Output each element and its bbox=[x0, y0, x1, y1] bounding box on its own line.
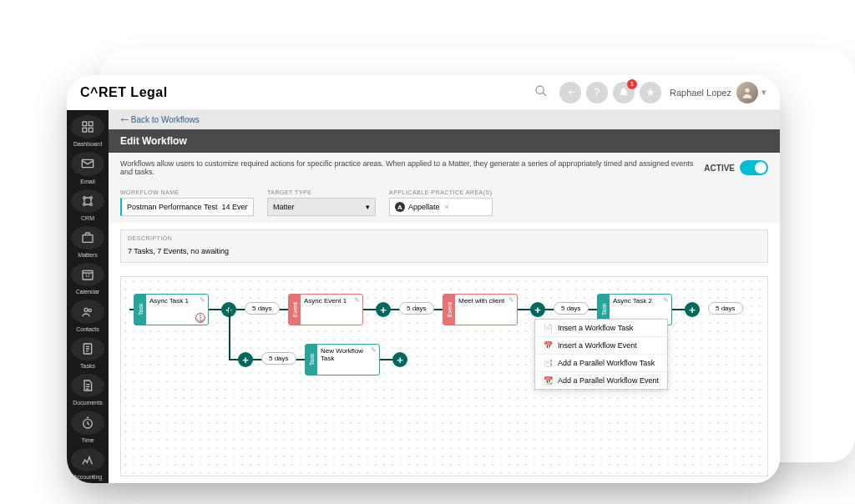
add-button[interactable]: + bbox=[559, 82, 581, 103]
duration-pill[interactable]: 5 days bbox=[708, 302, 743, 315]
sidebar-item-email[interactable] bbox=[71, 152, 104, 175]
svg-rect-4 bbox=[89, 122, 93, 126]
context-menu: 📄Insert a Workflow Task 📅Insert a Workfl… bbox=[534, 319, 668, 390]
app-window: C^RET Legal + ? 1 ★ Raphael Lopez ▾ Dash… bbox=[67, 75, 780, 483]
active-label: ACTIVE bbox=[704, 164, 735, 173]
edit-icon[interactable]: ✎ bbox=[508, 296, 514, 304]
sidebar-item-documents[interactable] bbox=[71, 374, 104, 397]
workflow-node-task[interactable]: Task New Workflow Task✎ bbox=[305, 344, 380, 375]
sidebar-item-time[interactable] bbox=[71, 411, 104, 434]
active-toggle[interactable] bbox=[740, 160, 768, 175]
event-icon: 📅 bbox=[544, 341, 553, 350]
edit-icon[interactable]: ✎ bbox=[354, 296, 360, 304]
workflow-node-event[interactable]: Event Meet with client✎ bbox=[443, 294, 518, 325]
parallel-event-icon: 📆 bbox=[544, 376, 553, 385]
sidebar-item-dashboard[interactable] bbox=[71, 115, 104, 139]
svg-point-9 bbox=[90, 196, 93, 199]
topbar: C^RET Legal + ? 1 ★ Raphael Lopez ▾ bbox=[67, 75, 780, 110]
svg-text:12: 12 bbox=[85, 275, 90, 279]
svg-point-2 bbox=[745, 88, 749, 92]
sidebar-item-calendar[interactable]: 12 bbox=[71, 263, 104, 286]
workflow-name-input[interactable] bbox=[120, 198, 254, 216]
workflow-node-task[interactable]: Task Async Task 1✎⚓ bbox=[134, 294, 209, 325]
edit-icon[interactable]: ✎ bbox=[663, 296, 669, 304]
duration-pill[interactable]: 5 days bbox=[245, 302, 280, 315]
duration-pill[interactable]: 5 days bbox=[399, 302, 434, 315]
task-icon: 📄 bbox=[544, 324, 553, 332]
chip-remove-icon[interactable]: × bbox=[445, 203, 449, 211]
svg-point-0 bbox=[536, 86, 544, 93]
practice-area-chip[interactable]: A Appellate × bbox=[389, 198, 493, 216]
edit-icon[interactable]: ✎ bbox=[371, 346, 377, 354]
edit-icon[interactable]: ✎ bbox=[200, 296, 205, 304]
add-node-button[interactable]: + bbox=[238, 352, 253, 367]
svg-point-11 bbox=[90, 203, 93, 205]
duration-pill[interactable]: 5 days bbox=[261, 352, 296, 365]
back-link[interactable]: 🡐 Back to Workflows bbox=[109, 110, 780, 129]
menu-parallel-event[interactable]: 📆Add a Parallel Workflow Event bbox=[535, 372, 667, 389]
svg-point-8 bbox=[83, 196, 86, 199]
workflow-canvas[interactable]: Task Async Task 1✎⚓ + 5 days Event Async… bbox=[120, 276, 768, 476]
svg-point-16 bbox=[84, 308, 88, 311]
sidebar-item-tasks[interactable] bbox=[71, 337, 104, 360]
add-node-button[interactable]: + bbox=[530, 302, 545, 317]
add-node-button[interactable]: + bbox=[376, 302, 391, 317]
user-menu[interactable]: Raphael Lopez ▾ bbox=[670, 82, 766, 103]
svg-rect-3 bbox=[83, 122, 87, 126]
target-type-select[interactable]: Matter▾ bbox=[267, 198, 376, 216]
sidebar-item-contacts[interactable] bbox=[71, 300, 104, 323]
add-node-button[interactable]: + bbox=[392, 352, 407, 367]
svg-rect-6 bbox=[89, 128, 93, 132]
chip-letter-icon: A bbox=[395, 202, 405, 212]
sidebar: Dashboard Email CRM Matters 12 Calendar … bbox=[67, 110, 109, 483]
user-name: Raphael Lopez bbox=[670, 88, 731, 98]
sidebar-item-crm[interactable] bbox=[71, 189, 104, 213]
duration-pill[interactable]: 5 days bbox=[554, 302, 589, 315]
svg-line-1 bbox=[543, 93, 546, 96]
notifications-button[interactable]: 1 bbox=[613, 82, 635, 103]
help-button[interactable]: ? bbox=[586, 82, 608, 103]
menu-parallel-task[interactable]: 📑Add a Parallel Workflow Task bbox=[535, 355, 667, 372]
parallel-task-icon: 📑 bbox=[544, 359, 553, 367]
svg-rect-12 bbox=[83, 235, 93, 243]
svg-point-17 bbox=[89, 309, 91, 311]
menu-insert-event[interactable]: 📅Insert a Workflow Event bbox=[535, 337, 667, 355]
anchor-icon: ⚓ bbox=[195, 313, 205, 323]
notif-badge: 1 bbox=[627, 79, 637, 89]
add-node-button[interactable]: + bbox=[685, 302, 700, 317]
svg-rect-5 bbox=[83, 128, 87, 132]
workflow-node-event[interactable]: Event Async Event 1✎ bbox=[288, 294, 363, 325]
brand-logo: C^RET Legal bbox=[80, 85, 168, 100]
sidebar-item-matters[interactable] bbox=[71, 226, 104, 249]
page-title: Edit Workflow bbox=[109, 129, 780, 153]
search-icon[interactable] bbox=[534, 84, 548, 101]
avatar bbox=[736, 82, 758, 103]
svg-point-10 bbox=[83, 203, 86, 205]
sidebar-item-accounting[interactable] bbox=[71, 448, 104, 471]
favorites-button[interactable]: ★ bbox=[640, 82, 661, 103]
menu-insert-task[interactable]: 📄Insert a Workflow Task bbox=[535, 320, 667, 337]
workflow-description: Workflows allow users to customize requi… bbox=[120, 159, 704, 176]
description-value: 7 Tasks, 7 Events, no awaiting bbox=[121, 244, 767, 262]
